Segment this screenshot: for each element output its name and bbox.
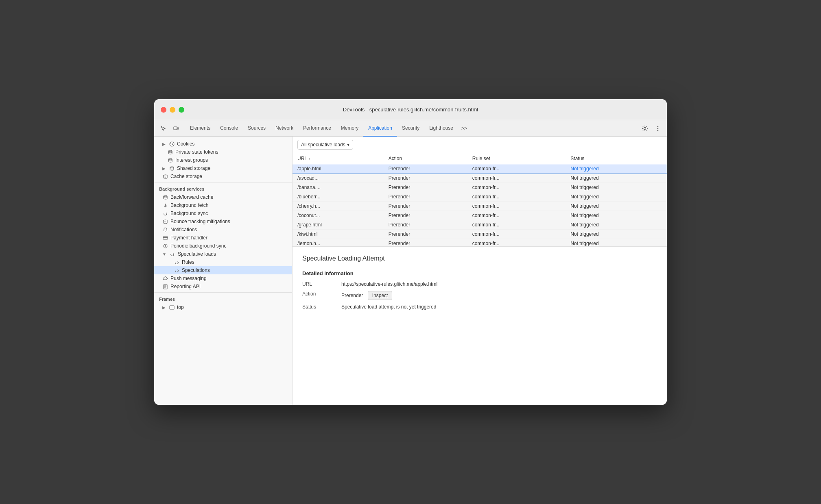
- db-icon-4: [162, 174, 168, 179]
- cell-ruleset: common-fr...: [467, 202, 566, 211]
- cell-status: Not triggered: [566, 230, 667, 239]
- tab-performance[interactable]: Performance: [298, 120, 336, 137]
- svg-rect-19: [170, 306, 174, 309]
- speculative-icon: [170, 251, 175, 257]
- sidebar-item-reporting-api[interactable]: Reporting API: [154, 282, 292, 291]
- table-row[interactable]: /grape.htmlPrerendercommon-fr...Not trig…: [293, 220, 667, 230]
- table-row[interactable]: /lemon.h...Prerendercommon-fr...Not trig…: [293, 239, 667, 247]
- table-row[interactable]: /avocad...Prerendercommon-fr...Not trigg…: [293, 174, 667, 183]
- bg-fetch-icon: [162, 202, 168, 208]
- svg-point-13: [164, 175, 167, 176]
- cell-url: /blueberr...: [293, 192, 384, 202]
- cell-url: /apple.html: [293, 164, 384, 174]
- cell-ruleset: common-fr...: [467, 174, 566, 183]
- cell-ruleset: common-fr...: [467, 183, 566, 192]
- svg-point-5: [657, 130, 659, 131]
- sidebar-item-bg-fetch[interactable]: Background fetch: [154, 201, 292, 209]
- inspect-button[interactable]: Inspect: [368, 291, 393, 300]
- table-row[interactable]: /apple.htmlPrerendercommon-fr...Not trig…: [293, 164, 667, 174]
- sidebar-item-rules[interactable]: Rules: [154, 258, 292, 266]
- bg-sync-icon: [162, 211, 168, 216]
- maximize-button[interactable]: [179, 107, 184, 113]
- cell-status: Not triggered: [566, 211, 667, 220]
- cell-action: Prerender: [384, 192, 467, 202]
- cell-action: Prerender: [384, 230, 467, 239]
- sidebar-item-cookies[interactable]: ▶ Cookies: [154, 140, 292, 148]
- settings-icon[interactable]: [639, 123, 651, 134]
- table-row[interactable]: /cherry.h...Prerendercommon-fr...Not tri…: [293, 202, 667, 211]
- svg-point-15: [164, 220, 167, 221]
- detail-title: Speculative Loading Attempt: [302, 255, 657, 262]
- tab-sources[interactable]: Sources: [243, 120, 271, 137]
- speculations-label: Speculations: [182, 267, 210, 273]
- background-services-header: Background services: [154, 184, 292, 193]
- cookie-icon: [169, 141, 175, 147]
- toolbar-right-icons: [639, 123, 664, 134]
- action-value: Prerender Inspect: [341, 291, 657, 300]
- sidebar-item-private-state-tokens[interactable]: Private state tokens: [154, 148, 292, 156]
- minimize-button[interactable]: [170, 107, 175, 113]
- expand-arrow-icon: ▶: [162, 142, 166, 146]
- payment-label: Payment handler: [170, 235, 207, 241]
- detail-panel: Speculative Loading Attempt Detailed inf…: [293, 247, 667, 405]
- sidebar: ▶ Cookies Private state tokens Interest …: [154, 137, 293, 405]
- tab-memory[interactable]: Memory: [336, 120, 363, 137]
- tab-network[interactable]: Network: [271, 120, 298, 137]
- periodic-bg-sync-label: Periodic background sync: [170, 243, 226, 249]
- detail-section: Detailed information: [302, 270, 657, 276]
- tab-console[interactable]: Console: [215, 120, 243, 137]
- sidebar-item-speculations[interactable]: Speculations: [154, 266, 292, 274]
- sidebar-item-periodic-bg-sync[interactable]: Periodic background sync: [154, 242, 292, 250]
- notifications-icon: [162, 227, 168, 232]
- svg-point-11: [168, 159, 172, 160]
- svg-point-6: [170, 142, 174, 146]
- table-row[interactable]: /coconut...Prerendercommon-fr...Not trig…: [293, 211, 667, 220]
- cell-url: /kiwi.html: [293, 230, 384, 239]
- devtools-tab-bar: Elements Console Sources Network Perform…: [154, 120, 667, 137]
- interest-groups-label: Interest groups: [175, 157, 208, 163]
- cell-url: /banana....: [293, 183, 384, 192]
- sort-icon: ↑: [308, 156, 310, 161]
- payment-icon: [162, 235, 168, 241]
- sidebar-item-shared-storage[interactable]: ▶ Shared storage: [154, 164, 292, 172]
- tab-security[interactable]: Security: [397, 120, 424, 137]
- cell-action: Prerender: [384, 239, 467, 247]
- sidebar-item-speculative-loads[interactable]: ▼ Speculative loads: [154, 250, 292, 258]
- table-row[interactable]: /kiwi.htmlPrerendercommon-fr...Not trigg…: [293, 230, 667, 239]
- table-row[interactable]: /blueberr...Prerendercommon-fr...Not tri…: [293, 192, 667, 202]
- cell-url: /cherry.h...: [293, 202, 384, 211]
- clock-icon: [162, 243, 168, 249]
- sidebar-item-interest-groups[interactable]: Interest groups: [154, 156, 292, 164]
- sidebar-item-notifications[interactable]: Notifications: [154, 226, 292, 234]
- filter-dropdown[interactable]: All speculative loads ▾: [297, 140, 353, 150]
- detail-action-row: Action Prerender Inspect: [302, 291, 657, 300]
- device-icon[interactable]: [170, 123, 182, 134]
- sidebar-item-bg-sync[interactable]: Background sync: [154, 209, 292, 217]
- table-row[interactable]: /banana....Prerendercommon-fr...Not trig…: [293, 183, 667, 192]
- tab-elements[interactable]: Elements: [185, 120, 215, 137]
- cell-status: Not triggered: [566, 192, 667, 202]
- db-icon-1: [167, 149, 173, 155]
- speculative-loads-label: Speculative loads: [178, 251, 216, 257]
- sidebar-item-bounce-tracking[interactable]: Bounce tracking mitigations: [154, 217, 292, 226]
- sidebar-item-bfcache[interactable]: Back/forward cache: [154, 193, 292, 201]
- sidebar-item-push-messaging[interactable]: Push messaging: [154, 274, 292, 282]
- table-body: /apple.htmlPrerendercommon-fr...Not trig…: [293, 164, 667, 247]
- sidebar-item-top[interactable]: ▶ top: [154, 303, 292, 311]
- svg-rect-0: [174, 127, 177, 130]
- more-tabs[interactable]: >>: [458, 126, 470, 131]
- sidebar-item-payment-handler[interactable]: Payment handler: [154, 234, 292, 242]
- svg-point-8: [172, 143, 173, 143]
- main-panel: All speculative loads ▾ URL ↑ Action: [293, 137, 667, 405]
- sidebar-item-cache-storage[interactable]: Cache storage: [154, 172, 292, 180]
- cell-action: Prerender: [384, 211, 467, 220]
- cell-action: Prerender: [384, 220, 467, 230]
- cell-status: Not triggered: [566, 164, 667, 174]
- tab-lighthouse[interactable]: Lighthouse: [424, 120, 458, 137]
- tab-application[interactable]: Application: [363, 120, 397, 137]
- close-button[interactable]: [161, 107, 166, 113]
- cursor-icon[interactable]: [157, 123, 169, 134]
- expand-arrow-shared-icon: ▶: [162, 166, 166, 171]
- more-options-icon[interactable]: [652, 123, 664, 134]
- svg-point-7: [170, 143, 171, 144]
